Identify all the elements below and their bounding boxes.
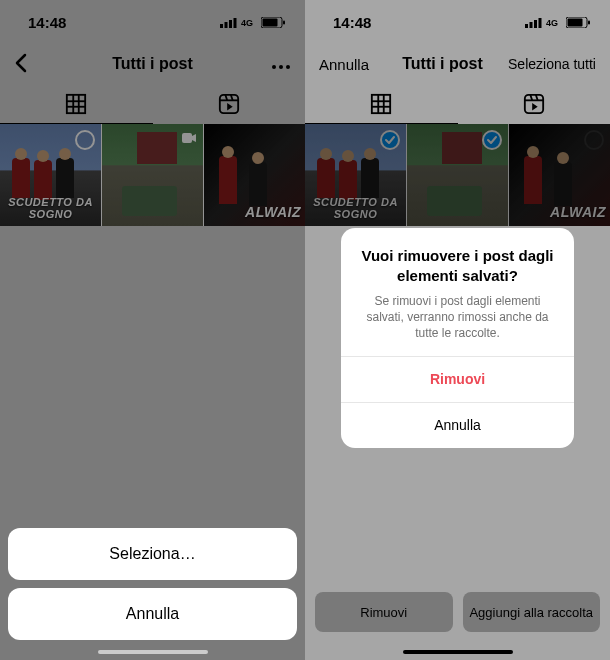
post-grid: SCUDETTO DA SOGNO ALWAIZ: [0, 124, 305, 226]
svg-rect-2: [229, 20, 232, 28]
grid-icon: [65, 93, 87, 115]
svg-marker-20: [227, 103, 233, 110]
nav-header: Tutti i post: [0, 44, 305, 84]
video-icon: [181, 130, 197, 150]
action-sheet: Seleziona… Annulla: [8, 528, 297, 648]
post-cell[interactable]: ALWAIZ: [204, 124, 305, 226]
post-cell[interactable]: [102, 124, 204, 226]
status-time: 14:48: [28, 14, 66, 31]
dialog-message: Se rimuovi i post dagli elementi salvati…: [359, 293, 556, 342]
tab-grid[interactable]: [0, 84, 153, 124]
screen-left: 14:48 4G Tutti i post SCUDETTO DA SOGNO: [0, 0, 305, 660]
network-4g-icon: 4G: [241, 17, 257, 28]
cancel-button[interactable]: Annulla: [8, 588, 297, 640]
svg-rect-21: [182, 133, 192, 143]
svg-rect-1: [225, 22, 228, 28]
dialog-title: Vuoi rimuovere i post dagli elementi sal…: [359, 246, 556, 285]
status-icons: 4G: [220, 17, 285, 28]
back-button[interactable]: [14, 53, 74, 76]
svg-point-8: [272, 65, 276, 69]
dialog-remove-button[interactable]: Rimuovi: [341, 356, 574, 402]
ellipsis-icon: [271, 64, 291, 70]
svg-point-9: [279, 65, 283, 69]
reels-icon: [218, 93, 240, 115]
post-caption: ALWAIZ: [204, 204, 305, 220]
svg-rect-6: [263, 18, 278, 26]
svg-rect-3: [234, 18, 237, 28]
svg-rect-11: [67, 94, 85, 112]
svg-rect-7: [283, 20, 285, 24]
confirm-dialog: Vuoi rimuovere i post dagli elementi sal…: [341, 228, 574, 448]
more-button[interactable]: [231, 56, 291, 73]
svg-rect-0: [220, 24, 223, 28]
dialog-cancel-button[interactable]: Annulla: [341, 402, 574, 448]
post-caption: SCUDETTO DA SOGNO: [0, 196, 101, 220]
signal-icon: [220, 17, 237, 28]
tab-reels[interactable]: [153, 84, 306, 124]
svg-marker-22: [192, 134, 196, 142]
screen-right: 14:48 4G Annulla Tutti i post Seleziona …: [305, 0, 610, 660]
battery-icon: [261, 17, 285, 28]
chevron-left-icon: [14, 53, 28, 73]
svg-text:4G: 4G: [241, 18, 253, 28]
status-bar: 14:48 4G: [0, 0, 305, 44]
svg-point-10: [286, 65, 290, 69]
post-cell[interactable]: SCUDETTO DA SOGNO: [0, 124, 102, 226]
svg-rect-16: [220, 94, 238, 112]
select-button[interactable]: Seleziona…: [8, 528, 297, 580]
home-indicator[interactable]: [98, 650, 208, 654]
select-checkbox[interactable]: [75, 130, 95, 150]
page-title: Tutti i post: [112, 55, 193, 73]
tabs: [0, 84, 305, 124]
